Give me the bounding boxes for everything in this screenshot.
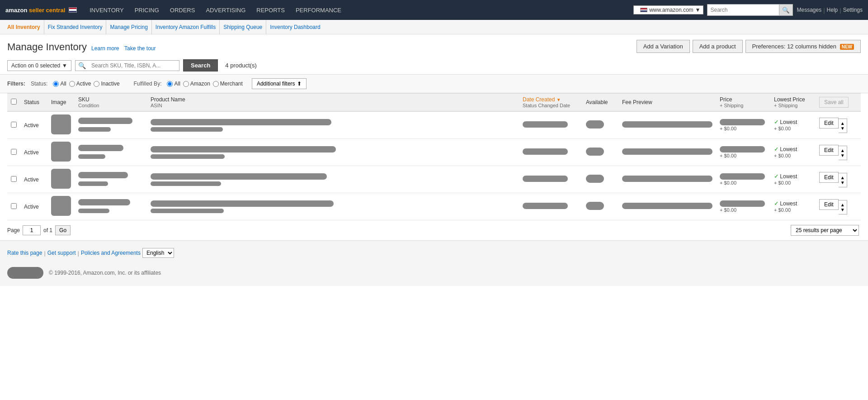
settings-link[interactable]: Settings [843, 7, 863, 13]
product-name-bar [151, 146, 336, 152]
row-price-cell: + $0.00 [716, 193, 770, 220]
row-actions-cell: Edit▲▼ [816, 166, 861, 193]
lowest-label: Lowest [780, 173, 797, 180]
country-selector[interactable]: www.amazon.com ▼ [633, 5, 703, 14]
add-variation-button[interactable]: Add a Variation [637, 40, 690, 53]
price-shipping: + $0.00 [720, 126, 736, 131]
status-all-radio[interactable] [53, 81, 59, 87]
subnav-inventory-dashboard[interactable]: Inventory Dashboard [266, 20, 324, 34]
product-name-bar [151, 119, 331, 125]
th-price: Price + Shipping [716, 94, 770, 112]
row-price-cell: + $0.00 [716, 111, 770, 139]
edit-dropdown-button[interactable]: ▲▼ [839, 200, 847, 214]
take-tour-link[interactable]: Take the tour [124, 45, 156, 52]
fulfilled-amazon-label[interactable]: Amazon [183, 81, 210, 87]
row-product-cell [147, 111, 519, 139]
messages-link[interactable]: Messages [797, 7, 821, 13]
flag-icon [69, 7, 77, 13]
fulfilled-merchant-radio[interactable] [213, 81, 219, 87]
policies-link[interactable]: Policies and Agreements [81, 250, 141, 256]
row-actions-cell: Edit▲▼ [816, 111, 861, 139]
edit-dropdown-button[interactable]: ▲▼ [839, 173, 847, 187]
toolbar: Action on 0 selected ▼ 🔍 Search 4 produc… [0, 57, 868, 74]
product-image [51, 169, 71, 189]
status-active-label[interactable]: Active [69, 81, 91, 87]
table-body: Active + $0.0 [7, 111, 861, 220]
lowest-label: Lowest [780, 119, 797, 125]
product-name-bar [151, 173, 327, 180]
table-row: Active + $0.0 [7, 139, 861, 166]
go-button[interactable]: Go [55, 225, 71, 235]
sku-bar [78, 145, 123, 151]
row-available-cell [582, 139, 618, 166]
row-date-cell [519, 139, 582, 166]
status-all-label[interactable]: All [53, 81, 66, 87]
top-search-input[interactable] [707, 4, 779, 16]
fulfilled-all-radio[interactable] [167, 81, 173, 87]
row-checkbox[interactable] [11, 149, 17, 155]
language-select[interactable]: English [142, 248, 174, 258]
nav-orders[interactable]: ORDERS [165, 0, 201, 20]
row-product-cell [147, 166, 519, 193]
row-sku-cell [75, 139, 147, 166]
edit-button[interactable]: Edit [819, 172, 839, 183]
lowest-check-icon: ✓ [774, 200, 778, 207]
row-checkbox[interactable] [11, 122, 17, 128]
search-input[interactable] [89, 61, 179, 71]
subnav-inventory-amazon[interactable]: Inventory Amazon Fulfills [152, 20, 220, 34]
search-button[interactable]: Search [183, 59, 218, 71]
additional-filters-button[interactable]: Additional filters ⬆ [252, 78, 307, 89]
of-label: of 1 [43, 227, 52, 233]
fulfilled-all-label[interactable]: All [167, 81, 180, 87]
sort-icon: ▼ [557, 97, 561, 102]
row-checkbox[interactable] [11, 203, 17, 209]
add-product-button[interactable]: Add a product [693, 40, 743, 53]
edit-button[interactable]: Edit [819, 118, 839, 129]
rate-page-link[interactable]: Rate this page [7, 250, 42, 256]
action-label: Action on 0 selected [11, 62, 60, 69]
status-inactive-label[interactable]: Inactive [94, 81, 119, 87]
nav-performance[interactable]: PERFORMANCE [290, 0, 347, 20]
action-dropdown[interactable]: Action on 0 selected ▼ [7, 60, 71, 71]
nav-reports[interactable]: REPORTS [251, 0, 290, 20]
edit-dropdown-button[interactable]: ▲▼ [839, 119, 847, 133]
table-row: Active + $0.0 [7, 193, 861, 220]
status-inactive-radio[interactable] [94, 81, 99, 87]
th-select-all[interactable] [7, 94, 20, 112]
subnav-manage-pricing[interactable]: Manage Pricing [106, 20, 151, 34]
get-support-link[interactable]: Get support [47, 250, 76, 256]
fulfilled-merchant-label[interactable]: Merchant [213, 81, 243, 87]
fulfilled-amazon-radio[interactable] [183, 81, 189, 87]
subnav-fix-stranded[interactable]: Fix Stranded Inventory [44, 20, 107, 34]
product-name-bar [151, 200, 334, 207]
select-all-checkbox[interactable] [11, 99, 17, 105]
edit-button[interactable]: Edit [819, 199, 839, 210]
th-date-created[interactable]: Date Created ▼ Status Changed Date [519, 94, 582, 112]
status-active-radio[interactable] [69, 81, 75, 87]
edit-dropdown-button[interactable]: ▲▼ [839, 146, 847, 160]
row-checkbox[interactable] [11, 176, 17, 182]
save-all-button[interactable]: Save all [819, 97, 849, 108]
nav-pricing[interactable]: PRICING [129, 0, 165, 20]
page-input[interactable]: 1 [23, 225, 41, 235]
row-checkbox-cell [7, 193, 20, 220]
learn-more-link[interactable]: Learn more [91, 45, 119, 52]
edit-button[interactable]: Edit [819, 145, 839, 156]
help-link[interactable]: Help [827, 7, 838, 13]
subnav-shipping-queue[interactable]: Shipping Queue [220, 20, 266, 34]
pagination-area: Page 1 of 1 Go 25 results per page [0, 220, 868, 240]
top-search-button[interactable]: 🔍 [779, 4, 793, 16]
nav-inventory[interactable]: INVENTORY [84, 0, 129, 20]
results-per-page-select[interactable]: 25 results per page [791, 225, 859, 236]
table-row: Active + $0.0 [7, 166, 861, 193]
additional-filters-icon: ⬆ [297, 81, 302, 87]
row-fee-cell [618, 111, 716, 139]
preferences-button[interactable]: Preferences: 12 columns hidden NEW [745, 40, 861, 53]
status-radio-group: All Active Inactive [53, 81, 119, 87]
nav-advertising[interactable]: ADVERTISING [200, 0, 251, 20]
top-navigation: amazon seller central INVENTORY PRICING … [0, 0, 868, 20]
row-status-cell: Active [20, 111, 47, 139]
subnav-all-inventory[interactable]: All Inventory [7, 20, 44, 34]
row-status: Active [24, 204, 39, 210]
us-flag-icon [640, 8, 647, 12]
